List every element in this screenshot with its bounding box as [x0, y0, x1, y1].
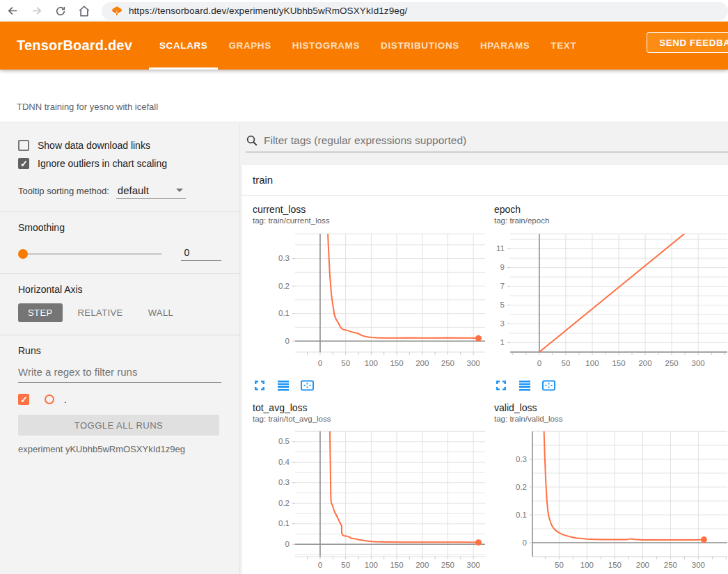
tensorboard-favicon: [111, 6, 122, 17]
back-icon[interactable]: [3, 2, 24, 20]
run-name: .: [64, 394, 67, 405]
run-row[interactable]: ✓ .: [18, 394, 221, 405]
runs-list-icon[interactable]: [276, 378, 290, 392]
smoothing-slider[interactable]: [18, 253, 161, 255]
svg-text:50: 50: [562, 359, 571, 367]
svg-text:150: 150: [390, 359, 403, 367]
svg-text:0.2: 0.2: [278, 499, 290, 507]
reload-icon[interactable]: [50, 2, 71, 20]
chart-title: valid_loss: [494, 402, 728, 414]
show-download-links-label: Show data download links: [38, 140, 150, 151]
tab-text[interactable]: TEXT: [540, 22, 587, 70]
svg-text:0.1: 0.1: [278, 519, 290, 527]
forward-icon[interactable]: [26, 2, 47, 20]
svg-text:3: 3: [500, 319, 505, 328]
svg-text:0.1: 0.1: [516, 511, 527, 519]
svg-text:200: 200: [416, 359, 429, 367]
browser-toolbar: https://tensorboard.dev/experiment/yKUbh…: [0, 0, 728, 22]
line-chart[interactable]: 00.10.20.350100150200250300: [494, 429, 728, 573]
tab-scalars[interactable]: SCALARS: [149, 22, 218, 70]
show-download-links-row[interactable]: Show data download links: [18, 140, 221, 151]
fit-domain-icon[interactable]: [300, 378, 315, 392]
ignore-outliers-checkbox[interactable]: ✓: [18, 158, 29, 169]
svg-text:100: 100: [365, 561, 378, 569]
line-chart[interactable]: 1357911050100150200250300: [494, 230, 728, 376]
svg-text:250: 250: [441, 359, 454, 367]
general-settings-section: Show data download links ✓ Ignore outlie…: [0, 123, 239, 212]
horizontal-axis-label: Horizontal Axis: [18, 284, 221, 295]
svg-text:50: 50: [555, 561, 564, 569]
tooltip-sort-value: default: [118, 184, 149, 196]
svg-text:300: 300: [467, 359, 480, 367]
chart-tag: tag: train/valid_loss: [494, 414, 728, 424]
svg-text:200: 200: [416, 561, 429, 569]
svg-text:150: 150: [608, 561, 622, 569]
tab-bar: SCALARS GRAPHS HISTOGRAMS DISTRIBUTIONS …: [149, 22, 587, 70]
toggle-all-runs-button[interactable]: TOGGLE ALL RUNS: [18, 415, 219, 436]
experiment-bar: TDNN training for yesno with icefall: [0, 70, 728, 122]
axis-relative-button[interactable]: RELATIVE: [68, 303, 133, 322]
svg-text:0.3: 0.3: [278, 254, 290, 262]
svg-text:0.1: 0.1: [278, 309, 290, 317]
runs-filter-input[interactable]: Write a regex to filter runs: [18, 366, 221, 383]
address-bar[interactable]: https://tensorboard.dev/experiment/yKUbh…: [102, 2, 728, 20]
smoothing-value[interactable]: 0: [181, 247, 221, 261]
fit-domain-icon[interactable]: [541, 378, 556, 392]
run-checkbox[interactable]: ✓: [18, 394, 29, 405]
svg-text:250: 250: [665, 359, 679, 367]
send-feedback-button[interactable]: SEND FEEDBACK: [647, 32, 728, 53]
smoothing-slider-thumb[interactable]: [18, 249, 28, 259]
svg-text:300: 300: [692, 359, 705, 367]
tooltip-sort-label: Tooltip sorting method:: [18, 186, 109, 196]
tab-graphs[interactable]: GRAPHS: [218, 22, 281, 70]
dashboard-main: Filter tags (regular expressions support…: [240, 123, 728, 574]
tab-histograms[interactable]: HISTOGRAMS: [282, 22, 370, 70]
svg-text:0.5: 0.5: [278, 437, 290, 445]
svg-text:150: 150: [612, 359, 625, 367]
chevron-down-icon: [176, 189, 183, 192]
tab-hparams[interactable]: HPARAMS: [470, 22, 540, 70]
svg-text:250: 250: [664, 561, 677, 569]
charts-grid: current_loss tag: train/current_loss 00.…: [242, 196, 728, 574]
show-download-links-checkbox[interactable]: [18, 140, 29, 151]
home-icon[interactable]: [74, 2, 95, 20]
runs-list-icon[interactable]: [518, 378, 532, 392]
svg-text:50: 50: [341, 359, 350, 367]
smoothing-label: Smoothing: [18, 222, 221, 233]
svg-text:0: 0: [285, 540, 290, 548]
svg-text:0: 0: [318, 561, 322, 569]
svg-text:300: 300: [467, 561, 480, 569]
line-chart[interactable]: 00.10.20.30.40.5050100150200250300: [253, 429, 487, 573]
tooltip-sort-select[interactable]: default: [116, 184, 186, 199]
chart-tag: tag: train/current_loss: [253, 216, 487, 226]
fullscreen-icon[interactable]: [494, 378, 508, 392]
chart-title: current_loss: [253, 204, 487, 216]
fullscreen-icon[interactable]: [253, 378, 267, 392]
smoothing-section: Smoothing 0: [0, 212, 239, 274]
ignore-outliers-label: Ignore outliers in chart scaling: [38, 158, 167, 169]
svg-text:7: 7: [500, 282, 505, 290]
horizontal-axis-section: Horizontal Axis STEP RELATIVE WALL: [0, 274, 239, 335]
svg-text:0: 0: [523, 539, 527, 547]
svg-text:0.4: 0.4: [278, 458, 290, 466]
axis-step-button[interactable]: STEP: [18, 303, 63, 322]
train-section-header[interactable]: train: [242, 165, 728, 196]
app-logo: TensorBoard.dev: [17, 38, 132, 54]
filter-tags-input[interactable]: Filter tags (regular expressions support…: [264, 134, 466, 147]
run-color-circle[interactable]: [45, 394, 54, 404]
ignore-outliers-row[interactable]: ✓ Ignore outliers in chart scaling: [18, 158, 221, 169]
svg-text:200: 200: [636, 561, 649, 569]
train-card: train current_loss tag: train/current_lo…: [242, 165, 728, 574]
svg-text:100: 100: [580, 561, 594, 569]
tab-distributions[interactable]: DISTRIBUTIONS: [370, 22, 470, 70]
url-text: https://tensorboard.dev/experiment/yKUbh…: [129, 6, 408, 16]
svg-text:0: 0: [537, 359, 541, 367]
chart-title: tot_avg_loss: [253, 402, 487, 414]
chart-valid-loss: valid_loss tag: train/valid_loss 00.10.2…: [494, 402, 728, 574]
svg-text:0.2: 0.2: [516, 483, 527, 491]
svg-text:250: 250: [441, 561, 454, 569]
axis-wall-button[interactable]: WALL: [139, 303, 184, 322]
chart-current-loss: current_loss tag: train/current_loss 00.…: [253, 204, 487, 392]
filter-underline: [246, 152, 728, 152]
line-chart[interactable]: 00.10.20.3050100150200250300: [253, 230, 487, 376]
